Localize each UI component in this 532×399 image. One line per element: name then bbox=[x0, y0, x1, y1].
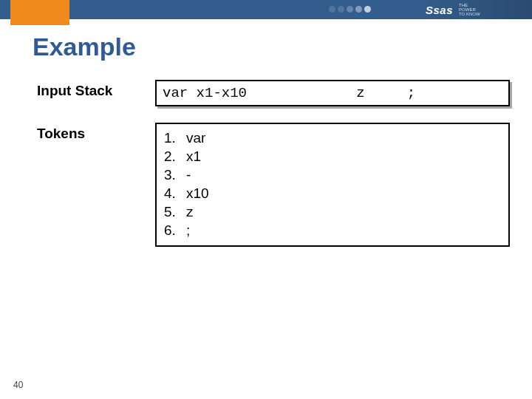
tokens-box: 1. var 2. x1 3. - 4. x10 bbox=[155, 123, 510, 247]
input-stack-row: Input Stack var x1-x10 z ; bbox=[37, 80, 510, 106]
list-item: 1. var bbox=[164, 129, 501, 147]
input-stack-box: var x1-x10 z ; bbox=[155, 80, 510, 106]
input-stack-label: Input Stack bbox=[37, 80, 155, 99]
list-item: 2. x1 bbox=[164, 147, 501, 166]
token-value: ; bbox=[183, 221, 190, 239]
brand-logo: Ssas THE POWER TO KNOW bbox=[421, 0, 532, 19]
list-item: 4. x10 bbox=[164, 184, 501, 202]
tokens-row: Tokens 1. var 2. x1 3. - bbox=[37, 123, 510, 247]
token-number: 6. bbox=[164, 221, 183, 239]
token-number: 5. bbox=[164, 202, 183, 221]
list-item: 6. ; bbox=[164, 221, 501, 239]
sas-wordmark: Ssas bbox=[426, 4, 453, 16]
content-area: Input Stack var x1-x10 z ; Tokens 1. var bbox=[37, 80, 510, 263]
slide-number: 40 bbox=[13, 380, 23, 390]
token-value: x1 bbox=[183, 147, 201, 166]
tagline-line: TO KNOW bbox=[459, 12, 480, 16]
input-stack-code: var x1-x10 z ; bbox=[157, 81, 508, 105]
list-item: 3. - bbox=[164, 166, 501, 184]
token-number: 4. bbox=[164, 184, 183, 202]
decorative-dots bbox=[329, 6, 371, 13]
token-number: 1. bbox=[164, 129, 183, 147]
tokens-label: Tokens bbox=[37, 123, 155, 142]
token-value: x10 bbox=[183, 184, 209, 202]
token-value: z bbox=[183, 202, 194, 221]
orange-tab bbox=[10, 0, 69, 25]
token-number: 3. bbox=[164, 166, 183, 184]
token-value: var bbox=[183, 129, 205, 147]
token-value: - bbox=[183, 166, 191, 184]
token-number: 2. bbox=[164, 147, 183, 166]
list-item: 5. z bbox=[164, 202, 501, 221]
slide: Ssas THE POWER TO KNOW Example Input Sta… bbox=[0, 0, 532, 399]
page-title: Example bbox=[33, 33, 136, 61]
brand-tagline: THE POWER TO KNOW bbox=[459, 3, 480, 16]
